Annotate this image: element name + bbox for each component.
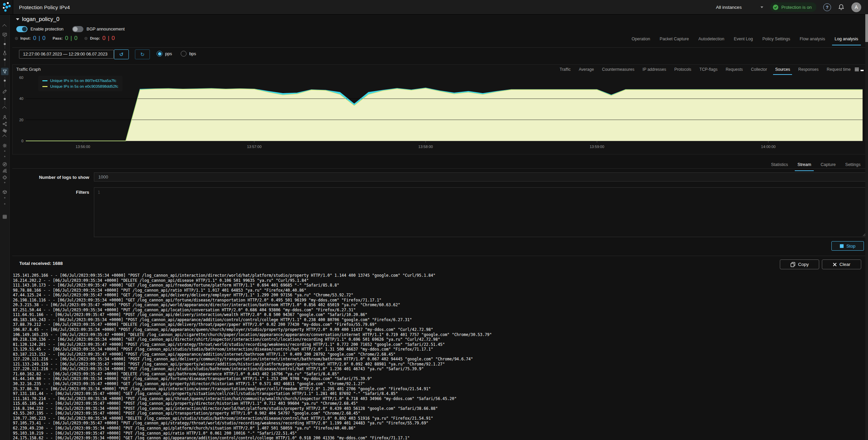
- avatar[interactable]: A: [851, 2, 861, 12]
- tab-requests[interactable]: Requests: [722, 65, 747, 75]
- settings-icon[interactable]: [0, 142, 9, 149]
- tab-autodetection[interactable]: Autodetection: [694, 33, 729, 45]
- undo-button[interactable]: ↺: [114, 49, 129, 59]
- svg-text:13:57:00: 13:57:00: [247, 145, 261, 149]
- chart-collapsed-mode-icon[interactable]: [861, 70, 864, 71]
- stat-value: 0 | 0: [65, 35, 78, 42]
- log-line: 30.32.16.235 - - [06/Jul/2023:09:35:47 +…: [13, 381, 865, 386]
- tab-settings[interactable]: Settings: [841, 159, 865, 171]
- tab-event-log[interactable]: Event Log: [729, 33, 757, 45]
- toggle-enable-protection[interactable]: Enable protection: [16, 26, 63, 32]
- tab-ip-addresses[interactable]: IP addresses: [638, 65, 670, 75]
- copy-button[interactable]: Copy: [780, 259, 819, 269]
- slider-handle[interactable]: [4, 43, 6, 45]
- tab-responses[interactable]: Responses: [794, 65, 823, 75]
- policy-name[interactable]: logan_policy_0: [16, 16, 59, 22]
- time-range-input[interactable]: 12:27:00 06.07.2023 — 12:29:00 06.07.202…: [19, 50, 114, 59]
- tools-icon[interactable]: [0, 88, 9, 95]
- slider-handle[interactable]: [4, 59, 6, 61]
- experiments-icon[interactable]: [0, 49, 9, 56]
- clear-button[interactable]: Clear: [822, 259, 861, 269]
- tab-average[interactable]: Average: [575, 65, 598, 75]
- topology-icon[interactable]: [0, 121, 9, 127]
- slider-handle[interactable]: [4, 98, 6, 100]
- tab-capture[interactable]: Capture: [816, 159, 840, 171]
- svg-text:20: 20: [19, 118, 23, 122]
- copy-label: Copy: [798, 262, 809, 267]
- log-line: 97.131.181.44 - - [06/Jul/2023:09:35:47 …: [13, 391, 865, 396]
- tab-protocols[interactable]: Protocols: [670, 65, 695, 75]
- redo-button[interactable]: ↻: [135, 49, 150, 59]
- graph-title: Traffic Graph: [16, 67, 41, 72]
- scrollbar-thumb[interactable]: [865, 14, 868, 42]
- copy-icon: [790, 262, 795, 267]
- tab-traffic[interactable]: Traffic: [555, 65, 575, 75]
- stream-tabs: StatisticsStreamCaptureSettings: [766, 159, 865, 171]
- tab-flow-analysis[interactable]: Flow analysis: [795, 33, 830, 45]
- legend-item[interactable]: Unique IPs in 5s on 86f7e437faa5a7fc: [42, 79, 118, 83]
- filters-input[interactable]: 1: [94, 187, 867, 237]
- log-line: 111.161.70.214 - - [06/Jul/2023:09:35:34…: [13, 396, 865, 401]
- packages-icon[interactable]: [0, 189, 9, 195]
- bell-icon[interactable]: [838, 4, 845, 11]
- tab-policy-settings[interactable]: Policy Settings: [757, 33, 795, 45]
- tab-operation[interactable]: Operation: [627, 33, 655, 45]
- scrollbar-track[interactable]: [865, 0, 868, 440]
- signal-icon[interactable]: [0, 167, 9, 174]
- logs-count-value: 1000: [98, 174, 108, 180]
- log-line: 71.60.162.82 - - [06/Jul/2023:09:35:47 +…: [13, 372, 865, 377]
- menu-dot: [0, 156, 9, 157]
- log-line: 43.55.207.195 - - [06/Jul/2023:09:35:47 …: [13, 411, 865, 416]
- toggle-bgp-announcement[interactable]: BGP announcement: [72, 26, 124, 32]
- tab-tcp-flags[interactable]: TCP-flags: [695, 65, 722, 75]
- tab-stream[interactable]: Stream: [793, 159, 816, 171]
- timeline-slider[interactable]: [5, 37, 5, 49]
- logs-count-input[interactable]: 1000: [94, 172, 867, 182]
- timeline-slider[interactable]: [5, 77, 5, 87]
- svg-text:13:58:00: 13:58:00: [418, 145, 433, 149]
- radio-bps[interactable]: bps: [181, 51, 196, 57]
- tab-collector[interactable]: Collector: [747, 65, 771, 75]
- plugins-icon[interactable]: [0, 174, 9, 181]
- stop-button[interactable]: Stop: [831, 241, 864, 251]
- tab-packet-capture[interactable]: Packet Capture: [655, 33, 694, 45]
- tab-log-analysis[interactable]: Log analysis: [830, 33, 863, 45]
- log-line: 13.129.51.45 - - [06/Jul/2023:09:35:34 +…: [13, 347, 865, 352]
- instances-select[interactable]: All instances: [716, 5, 764, 10]
- tab-sources[interactable]: Sources: [771, 65, 794, 75]
- timeline-slider[interactable]: [5, 94, 5, 105]
- network-icon[interactable]: [0, 161, 9, 168]
- log-line: 95.103.10.219 - - [06/Jul/2023:09:35:47 …: [13, 431, 865, 436]
- log-line: 98.78.88.166 - - [06/Jul/2023:09:35:34 +…: [13, 288, 865, 293]
- legend-item[interactable]: Unique IPs in 5s on e0c9035898dd52fc: [42, 84, 118, 88]
- toggle-switch[interactable]: [16, 26, 27, 32]
- radio-dot-icon: [181, 51, 186, 57]
- tab-statistics[interactable]: Statistics: [766, 159, 793, 171]
- slider-handle[interactable]: [4, 80, 6, 82]
- timeline-slider[interactable]: [5, 56, 5, 66]
- toggle-label: Enable protection: [31, 27, 63, 32]
- tab-countermeasures[interactable]: Countermeasures: [598, 65, 638, 75]
- svg-text:13:56:00: 13:56:00: [76, 145, 90, 149]
- log-analysis-icon[interactable]: [1, 68, 8, 75]
- chevron-down-icon: [761, 6, 763, 8]
- tables-icon[interactable]: [0, 213, 9, 220]
- log-output[interactable]: 125.141.205.166 - - [06/Jul/2023:09:35:3…: [13, 273, 865, 440]
- group-collapse-icon[interactable]: [0, 24, 9, 27]
- users-icon[interactable]: [0, 114, 9, 121]
- log-line: 48.183.165.243 - - [06/Jul/2023:09:35:34…: [13, 317, 865, 322]
- toggle-switch[interactable]: [72, 26, 83, 32]
- log-line: 37.88.79.212 - - [06/Jul/2023:09:35:47 +…: [13, 322, 865, 327]
- group-collapse-icon[interactable]: [0, 106, 9, 109]
- chart-expanded-mode-icon[interactable]: [855, 68, 859, 71]
- app-logo[interactable]: [0, 0, 13, 14]
- group-collapse-icon[interactable]: [0, 135, 9, 138]
- stat-input-: Input: 0 | 0: [15, 35, 46, 42]
- radio-pps[interactable]: pps: [157, 51, 172, 57]
- close-icon: [833, 263, 837, 267]
- help-icon[interactable]: ?: [823, 3, 831, 11]
- services-icon[interactable]: [0, 127, 9, 134]
- log-line: 106.149.165.255 - - [06/Jul/2023:09:35:4…: [13, 332, 865, 337]
- tab-request-time[interactable]: Request time: [823, 65, 855, 75]
- legend-label: Unique IPs in 5s on e0c9035898dd52fc: [50, 84, 118, 88]
